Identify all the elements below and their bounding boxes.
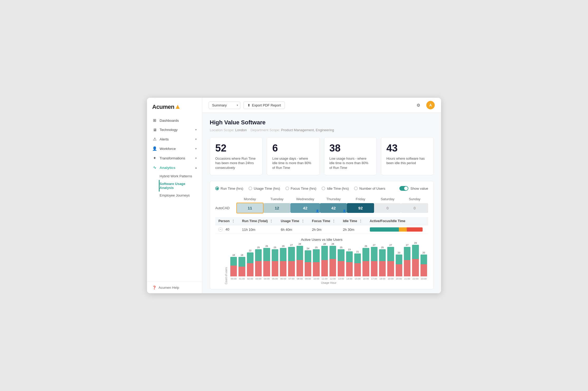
bar-x-label: 01:00 [239,277,245,280]
radio-label: Run Time (hrs) [221,187,243,190]
sidebar-item-label: Transformations [160,156,185,160]
bar-label-top: 29 [414,242,417,244]
cell-focus-time: 2h 0m [309,225,340,234]
bar-label-top: 25 [315,246,318,249]
show-value-toggle[interactable] [399,186,408,191]
radio-num-users[interactable]: Number of Users [354,187,385,190]
sidebar-item-software-usage[interactable]: Software Usage Analysis [159,180,202,192]
bar-label-top: 27 [373,244,375,246]
col-sunday: Sunday [401,196,428,203]
bar-stack [338,249,344,276]
bar-x-label: 17:00 [371,277,377,280]
green-bar-seg [362,248,369,261]
bar-group: 27 19:00 [387,244,394,280]
col-menu-icon[interactable]: ⋮ [301,219,304,223]
heatmap-cell-mon[interactable]: 11 [236,203,264,213]
sidebar-item-employee-journeys[interactable]: Employee Journeys [160,192,202,199]
bar-group: 25 13:00 [338,246,344,280]
bar-label-top: 28 [298,243,301,245]
bar-chart: Active Users vs Idle Users Count of user… [215,238,428,284]
bar-x-label: 12:00 [330,277,336,280]
avatar[interactable]: A [426,101,435,109]
col-menu-icon[interactable]: ⋮ [359,219,362,223]
radio-focus-time[interactable]: Focus Time (hrs) [285,187,317,190]
radio-run-time[interactable]: Run Time (hrs) [215,187,243,190]
red-bar-seg [321,260,328,276]
red-bar-seg [247,263,254,276]
green-bar-seg [280,248,286,261]
sidebar-item-technology[interactable]: 🖥 Technology ▾ [147,125,202,134]
bar-stack [247,252,254,276]
bar-group: 26 04:00 [263,245,270,280]
settings-button[interactable]: ⚙ [414,101,423,109]
workforce-icon: 👤 [152,146,157,151]
sidebar-item-dashboards[interactable]: ⊞ Dashboards [147,116,202,125]
bar-x-label: 11:00 [322,277,328,280]
bar-label-top: 27 [406,244,409,246]
bar-group: 24 09:00 [305,247,311,280]
page-content: High Value Software Location Scope: Lond… [202,113,441,293]
sidebar-item-hybrid-work[interactable]: Hybrid Work Patterns [160,172,202,180]
red-bar-seg [387,261,394,276]
bar-stack [329,246,336,276]
stat-desc-1: Low usage days - where idle time is more… [272,157,314,170]
red-bar-seg [412,259,419,276]
col-person: Person ⋮ [215,217,239,225]
radio-usage-time[interactable]: Usage Time (hrs) [248,187,280,190]
radio-label: Idle Time (hrs) [327,187,349,190]
green-bar-seg [230,257,237,266]
bar-label-top: 20 [422,251,425,254]
view-select[interactable]: Summary Detail Overview [209,101,240,109]
heatmap-cell-thu[interactable]: 42 👤 [320,203,347,213]
heatmap-cell-wed[interactable]: 42 👤 [290,203,320,213]
sidebar-item-alerts[interactable]: ⚠ Alerts ▾ [147,134,202,144]
col-friday: Friday [347,196,374,203]
bar-stack [297,246,303,276]
col-monday: Monday [236,196,264,203]
main-content: Summary Detail Overview ▾ ⬆ Export PDF R… [202,98,441,293]
export-pdf-button[interactable]: ⬆ Export PDF Report [243,101,285,109]
chart-section: Run Time (hrs) Usage Time (hrs) Focus Ti… [210,181,434,289]
radio-idle-time[interactable]: Idle Time (hrs) [322,187,349,190]
chevron-down-icon: ▾ [195,128,197,131]
bar-x-label: 10:00 [313,277,319,280]
bar-stack [230,257,237,276]
bar-label-top: 23 [348,248,351,251]
col-saturday: Saturday [374,196,401,203]
red-bar-seg [329,259,336,276]
bar-group: 25 05:00 [272,246,278,280]
col-menu-icon[interactable]: ⋮ [332,219,335,223]
heatmap-table: Monday Tuesday Wednesday Thursday Friday… [215,196,428,213]
sidebar-help[interactable]: ❓ Acumen Help [147,282,202,293]
sidebar-item-analytics[interactable]: ∿ Analytics ▴ [147,163,202,172]
bar-x-label: 18:00 [379,277,385,280]
heatmap-cell-sun[interactable]: 0 [401,203,428,213]
red-bar-seg [313,262,319,276]
green-bar-seg [321,246,328,260]
time-bar [370,227,423,232]
bar-group: 18 00:00 [230,254,237,280]
col-menu-icon[interactable]: ⋮ [232,219,235,223]
col-menu-icon[interactable]: ⋮ [270,219,273,223]
green-bar-seg [238,257,245,267]
collapse-button[interactable]: − [218,227,223,232]
heatmap-cell-fri[interactable]: 92 [347,203,374,213]
sidebar-item-workforce[interactable]: 👤 Workforce ▾ [147,144,202,153]
heatmap-cell-tue[interactable]: 12 [264,203,291,213]
heatmap-cell-sat[interactable]: 0 [374,203,401,213]
red-bar-seg [280,261,286,276]
person-value: 40 [226,227,229,231]
red-bar-seg [272,261,278,276]
green-bar-seg [297,246,303,260]
logo-text: Acumen▲ [152,103,181,110]
sidebar-item-label: Analytics [160,166,175,170]
badge-wed: 👤 [316,209,319,212]
topbar: Summary Detail Overview ▾ ⬆ Export PDF R… [202,98,441,113]
green-bar-seg [371,247,377,261]
bar-group: 21 15:00 [354,250,361,280]
bar-x-label: 22:00 [413,277,419,280]
bar-x-label: 08:00 [297,277,303,280]
sidebar-item-transformations[interactable]: ✦ Transformations ▾ [147,153,202,163]
red-bar-seg [297,260,303,276]
focus-bar [399,227,407,232]
